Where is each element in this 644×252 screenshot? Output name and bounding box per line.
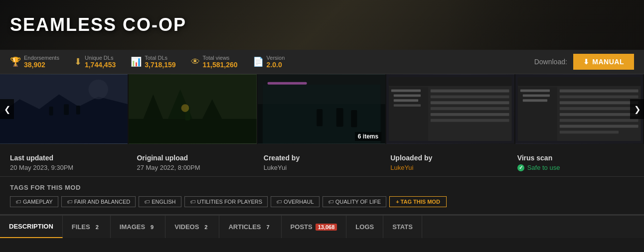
download-label: Download: — [534, 58, 567, 66]
tag-label-qol: QUALITY OF LIFE — [335, 199, 381, 205]
total-views-text: Total views 11,581,260 — [203, 55, 238, 69]
svg-rect-26 — [394, 94, 421, 97]
tag-overhaul[interactable]: 🏷 OVERHAUL — [271, 196, 320, 207]
download-arrow-icon: ⬇ — [583, 58, 590, 66]
tab-videos[interactable]: VIDEOS 2 — [165, 216, 219, 238]
tags-list: 🏷 GAMEPLAY 🏷 FAIR AND BALANCED 🏷 ENGLISH… — [10, 196, 634, 207]
tab-description[interactable]: DESCRIPTION — [0, 216, 63, 238]
svg-rect-6 — [76, 106, 80, 115]
created-by-label: Created by — [264, 154, 380, 162]
svg-rect-28 — [394, 104, 421, 107]
tab-images[interactable]: IMAGES 9 — [111, 216, 165, 238]
gallery-prev-button[interactable]: ❮ — [0, 99, 14, 119]
add-tag-button[interactable]: + TAG THIS MOD — [389, 196, 447, 207]
chevron-left-icon: ❮ — [4, 105, 10, 114]
original-upload-label: Original upload — [137, 154, 253, 162]
trophy-icon: 🏆 — [10, 56, 21, 67]
tab-files[interactable]: FILES 2 — [63, 216, 111, 238]
original-upload-value: 27 May 2022, 8:00PM — [137, 164, 253, 171]
svg-rect-48 — [559, 125, 638, 128]
chevron-right-icon: ❯ — [634, 105, 641, 114]
tab-files-label: FILES — [72, 223, 90, 231]
total-views-stat: 👁 Total views 11,581,260 — [191, 55, 238, 69]
virus-safe-badge: ✓ Safe to use — [517, 164, 634, 171]
svg-rect-42 — [559, 90, 638, 93]
virus-scan-label: Virus scan — [517, 154, 634, 162]
tab-images-badge: 9 — [148, 224, 156, 231]
tag-english[interactable]: 🏷 ENGLISH — [139, 196, 181, 207]
last-updated-label: Last updated — [10, 154, 127, 162]
tag-label-english: ENGLISH — [152, 199, 175, 205]
tag-utilities-for-players[interactable]: 🏷 UTILITIES FOR PLAYERS — [184, 196, 268, 207]
last-updated-value: 20 May 2023, 9:30PM — [10, 164, 127, 171]
version-text: Version 2.0.0 — [267, 55, 285, 69]
tabs-section: DESCRIPTION FILES 2 IMAGES 9 VIDEOS 2 AR… — [0, 215, 644, 238]
gallery-image-1[interactable] — [0, 74, 128, 144]
gallery-svg-4 — [386, 74, 514, 144]
svg-rect-34 — [431, 119, 509, 122]
svg-rect-47 — [559, 119, 638, 122]
tag-icon-overhaul: 🏷 — [276, 199, 282, 205]
svg-rect-20 — [351, 110, 357, 127]
gallery-images-container: 6 items — [0, 74, 644, 144]
eye-icon: 👁 — [191, 57, 200, 67]
gallery-image-5[interactable] — [515, 74, 643, 144]
tag-quality-of-life[interactable]: 🏷 QUALITY OF LIFE — [322, 196, 387, 207]
total-dls-label: Total DLs — [145, 55, 175, 61]
total-views-value: 11,581,260 — [203, 61, 238, 69]
tab-logs[interactable]: LOGS — [346, 216, 383, 238]
gallery-next-button[interactable]: ❯ — [630, 99, 644, 119]
gallery-placeholder-5 — [515, 74, 643, 144]
tab-articles[interactable]: ARTICLES 7 — [219, 216, 281, 238]
svg-rect-43 — [559, 95, 638, 98]
gallery-image-3[interactable]: 6 items — [258, 74, 385, 144]
file-icon: 📄 — [253, 56, 264, 67]
svg-rect-4 — [49, 107, 53, 116]
tags-title: TAGS FOR THIS MOD — [10, 184, 634, 191]
uploaded-by-label: Uploaded by — [390, 154, 507, 162]
tab-posts-label: POSTS — [291, 223, 313, 231]
gallery-svg-2 — [129, 74, 256, 144]
tab-stats-label: STATS — [392, 223, 413, 231]
tab-videos-badge: 2 — [202, 224, 210, 231]
svg-rect-40 — [522, 94, 549, 97]
tag-label-gameplay: GAMEPLAY — [23, 199, 53, 205]
tab-images-label: IMAGES — [120, 223, 145, 231]
created-by-value: LukeYui — [264, 164, 380, 171]
total-dls-text: Total DLs 3,718,159 — [145, 55, 175, 69]
tag-fair-and-balanced[interactable]: 🏷 FAIR AND BALANCED — [61, 196, 136, 207]
download-btn-label: MANUAL — [592, 58, 624, 66]
gallery-image-4[interactable] — [386, 74, 514, 144]
svg-rect-18 — [317, 109, 322, 126]
svg-rect-39 — [520, 90, 549, 92]
gallery-placeholder-2 — [129, 74, 256, 144]
svg-rect-30 — [431, 95, 509, 98]
tag-icon-fab: 🏷 — [67, 199, 72, 205]
version-stat: 📄 Version 2.0.0 — [253, 55, 285, 69]
version-value: 2.0.0 — [267, 61, 285, 69]
manual-download-button[interactable]: ⬇ MANUAL — [573, 54, 634, 70]
svg-rect-23 — [389, 77, 512, 86]
tab-stats[interactable]: STATS — [383, 216, 422, 238]
banner: SEAMLESS CO-OP — [0, 0, 644, 50]
tab-posts[interactable]: POSTS 13,068 — [282, 216, 347, 238]
uploaded-by-value[interactable]: LukeYui — [390, 164, 507, 171]
stats-bar: 🏆 Endorsements 38,902 ⬇ Unique DLs 1,744… — [0, 50, 644, 74]
unique-dls-value: 1,744,453 — [85, 61, 116, 69]
total-dls-value: 3,718,159 — [145, 61, 175, 69]
original-upload-col: Original upload 27 May 2022, 8:00PM — [137, 154, 263, 171]
svg-rect-25 — [391, 90, 421, 92]
unique-dls-text: Unique DLs 1,744,453 — [85, 55, 116, 69]
download-icon: ⬇ — [74, 56, 82, 67]
gallery-item-count: 6 items — [355, 132, 381, 141]
endorsements-value: 38,902 — [24, 61, 59, 69]
tag-gameplay[interactable]: 🏷 GAMEPLAY — [10, 196, 58, 207]
tag-icon-gameplay: 🏷 — [15, 199, 21, 205]
unique-dls-stat: ⬇ Unique DLs 1,744,453 — [74, 55, 116, 69]
gallery-image-2[interactable] — [129, 74, 256, 144]
endorsements-label: Endorsements — [24, 55, 59, 61]
safe-checkmark-icon: ✓ — [517, 164, 524, 171]
virus-scan-col: Virus scan ✓ Safe to use — [517, 154, 634, 171]
svg-rect-32 — [431, 107, 509, 110]
banner-art — [445, 0, 644, 50]
